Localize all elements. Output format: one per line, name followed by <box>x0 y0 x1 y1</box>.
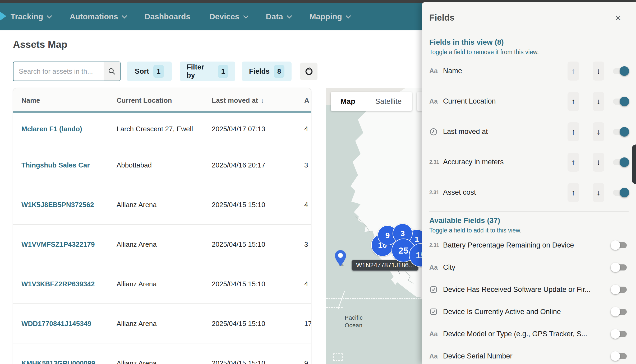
chevron-down-icon <box>122 13 127 18</box>
table-row[interactable]: W1VVMFSZ1P4322179Allianz Arena2025/04/15… <box>13 225 311 264</box>
fields-section-title: Fields in this view (8) <box>429 38 629 46</box>
fields-section-subtitle: Toggle a field to add it to this view. <box>429 227 629 234</box>
asset-location-cell: Larch Crescent 27, Ewell <box>117 125 193 133</box>
table-body: Mclaren F1 (lando)Larch Crescent 27, Ewe… <box>13 113 311 364</box>
asset-name-link[interactable]: W1K5J8EB5PN372562 <box>21 200 94 209</box>
field-visibility-toggle[interactable] <box>611 329 629 339</box>
field-visibility-toggle[interactable] <box>611 96 629 106</box>
bool-field-type-icon <box>429 285 443 294</box>
field-label: Device Is Currently Active and Online <box>443 308 604 316</box>
assets-table: NameCurrent LocationLast moved at↓A Mcla… <box>13 88 311 364</box>
field-row: Device Is Currently Active and Online <box>429 301 629 323</box>
move-field-up-button[interactable]: ↑ <box>568 153 579 172</box>
asset-last-moved-cell: 2025/04/15 15:10 <box>212 200 265 209</box>
map-type-map-button[interactable]: Map <box>331 92 365 111</box>
close-icon[interactable]: ✕ <box>612 12 624 24</box>
fields-panel-title: Fields <box>429 13 454 23</box>
field-label: Device Has Received Software Update or F… <box>443 286 604 294</box>
clock-icon <box>429 128 438 136</box>
field-label: City <box>443 263 604 272</box>
table-row[interactable]: W1V3KBFZ2RP639342Allianz Arena2025/04/15… <box>13 264 311 304</box>
time-field-type-icon <box>429 128 443 136</box>
nav-item-devices[interactable]: Devices <box>209 12 247 21</box>
column-header-last-moved-at[interactable]: Last moved at↓ <box>212 88 264 113</box>
field-row: Device Has Received Software Update or F… <box>429 278 629 301</box>
filter-by-button[interactable]: Filter by 1 <box>180 62 235 81</box>
nav-back-arrow-icon[interactable] <box>0 12 6 21</box>
asset-name-link[interactable]: Mclaren F1 (lando) <box>21 125 82 133</box>
sort-button[interactable]: Sort 1 <box>127 62 172 81</box>
asset-location-cell: Allianz Arena <box>117 200 157 209</box>
move-field-up-button[interactable]: ↑ <box>568 183 579 202</box>
move-field-down-button[interactable]: ↓ <box>593 183 604 202</box>
asset-location-cell: Allianz Arena <box>117 359 157 364</box>
column-header-label: Last moved at <box>212 96 258 105</box>
nav-item-mapping[interactable]: Mapping <box>310 12 349 21</box>
asset-name-link[interactable]: W1VVMFSZ1P4322179 <box>21 240 95 248</box>
marker-tooltip[interactable]: W1N2477871J186... <box>352 260 418 271</box>
move-field-down-button[interactable]: ↓ <box>593 92 604 111</box>
nav-item-label: Mapping <box>310 12 342 21</box>
toggle-knob <box>620 188 629 197</box>
field-visibility-toggle[interactable] <box>611 188 629 198</box>
filter-by-button-label: Filter by <box>187 63 214 80</box>
field-row: 2.31Asset cost↑↓ <box>429 177 629 208</box>
column-header-name[interactable]: Name <box>21 88 40 113</box>
field-label: Accuracy in meters <box>443 158 568 166</box>
field-row: 2.31Battery Percentage Remaining on Devi… <box>429 234 629 256</box>
text-field-type-icon: Aa <box>429 67 443 75</box>
field-visibility-toggle[interactable] <box>611 351 629 361</box>
map-pin-marker[interactable] <box>334 250 347 267</box>
field-visibility-toggle[interactable] <box>611 157 629 167</box>
move-field-down-button[interactable]: ↓ <box>593 153 604 172</box>
right-edge-drawer-handle[interactable] <box>632 144 636 184</box>
text-type-icon: Aa <box>429 330 438 338</box>
move-field-up-button[interactable]: ↑ <box>568 62 579 81</box>
text-type-icon: Aa <box>429 67 438 75</box>
table-header-row: NameCurrent LocationLast moved at↓A <box>13 88 311 113</box>
asset-name-link[interactable]: WDD1770841J145349 <box>21 319 91 328</box>
asset-name-link[interactable]: Thingshub Sales Car <box>21 161 90 169</box>
chevron-down-icon <box>243 13 248 18</box>
field-visibility-toggle[interactable] <box>611 307 629 317</box>
field-row: Last moved at↑↓ <box>429 116 629 147</box>
nav-item-label: Dashboards <box>145 12 190 21</box>
field-visibility-toggle[interactable] <box>611 127 629 137</box>
ocean-label: Pacific Ocean <box>345 314 363 329</box>
table-row[interactable]: Mclaren F1 (lando)Larch Crescent 27, Ewe… <box>13 113 311 145</box>
column-header-current-location[interactable]: Current Location <box>117 88 172 113</box>
move-field-down-button[interactable]: ↓ <box>593 62 604 81</box>
sort-button-label: Sort <box>135 67 149 76</box>
table-row[interactable]: Thingshub Sales CarAbbottabad2025/04/16 … <box>13 145 311 185</box>
field-visibility-toggle[interactable] <box>611 284 629 295</box>
nav-item-data[interactable]: Data <box>266 12 291 21</box>
toggle-knob <box>611 285 620 294</box>
field-visibility-toggle[interactable] <box>611 66 629 76</box>
asset-accuracy-cell: 3 <box>304 240 308 248</box>
fields-button[interactable]: Fields 8 <box>242 62 292 81</box>
filter-count-badge: 1 <box>218 65 228 78</box>
column-header-accuracy[interactable]: A <box>304 88 309 113</box>
refresh-button[interactable] <box>300 63 317 80</box>
table-row[interactable]: KMHK5813GPU000099Allianz Arena2025/04/15… <box>13 343 311 364</box>
nav-item-tracking[interactable]: Tracking <box>11 12 50 21</box>
search-input[interactable]: Search for assets in th... <box>13 62 121 81</box>
field-visibility-toggle[interactable] <box>611 240 629 250</box>
asset-name-link[interactable]: W1V3KBFZ2RP639342 <box>21 280 95 288</box>
field-label: Name <box>443 67 568 75</box>
move-field-down-button[interactable]: ↓ <box>593 122 604 141</box>
asset-last-moved-cell: 2025/04/15 15:10 <box>212 359 265 364</box>
field-row: AaCurrent Location↑↓ <box>429 86 629 116</box>
map-fullscreen-button[interactable] <box>417 92 422 111</box>
map-type-satellite-button[interactable]: Satellite <box>365 92 412 111</box>
move-field-up-button[interactable]: ↑ <box>568 122 579 141</box>
field-visibility-toggle[interactable] <box>611 262 629 272</box>
table-row[interactable]: WDD1770841J145349Allianz Arena2025/04/15… <box>13 304 311 343</box>
nav-item-dashboards[interactable]: Dashboards <box>145 12 190 21</box>
nav-item-automations[interactable]: Automations <box>70 12 125 21</box>
number-field-type-icon: 2.31 <box>429 242 443 248</box>
table-row[interactable]: W1K5J8EB5PN372562Allianz Arena2025/04/15… <box>13 185 311 225</box>
search-icon-button[interactable] <box>104 62 120 81</box>
asset-name-link[interactable]: KMHK5813GPU000099 <box>21 359 95 364</box>
move-field-up-button[interactable]: ↑ <box>568 92 579 111</box>
